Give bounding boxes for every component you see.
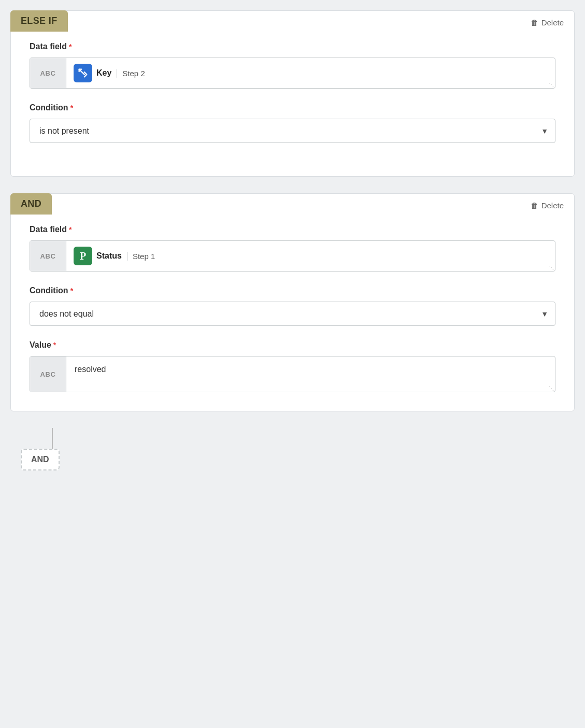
value-label: Value * [30, 340, 555, 350]
status-badge-icon: P [74, 247, 92, 265]
condition-label-1: Condition * [30, 103, 555, 112]
trash-icon-2: 🗑 [531, 201, 538, 210]
data-field-label-1: Data field * [30, 42, 555, 51]
required-star-1: * [69, 42, 72, 51]
and-tab-label: AND [21, 198, 41, 209]
status-badge-name: Status [96, 251, 122, 261]
resize-handle-1: ⋱ [549, 82, 554, 87]
else-if-tab: ELSE IF [10, 10, 68, 32]
and-header: AND [10, 193, 52, 215]
and-card: AND 🗑 Delete Data field * ABC P Status S… [10, 193, 575, 411]
else-if-delete-label: Delete [541, 18, 564, 27]
and-body: Data field * ABC P Status Step 1 ⋱ Condi… [11, 194, 574, 411]
resize-handle-3: ⋱ [549, 386, 554, 391]
key-badge-name: Key [96, 68, 111, 78]
and-tab: AND [10, 193, 52, 215]
and-delete-label: Delete [541, 201, 564, 210]
value-input[interactable]: ABC resolved ⋱ [30, 356, 555, 392]
else-if-delete-button[interactable]: 🗑 Delete [531, 18, 564, 27]
status-badge-step: Step 1 [127, 252, 155, 261]
key-svg-icon [77, 67, 89, 79]
value-text: resolved [75, 365, 106, 374]
data-field-content-2: P Status Step 1 [66, 241, 555, 271]
trash-icon: 🗑 [531, 18, 538, 27]
and-button-label: AND [31, 455, 49, 464]
data-field-input-1[interactable]: ABC Key Step 2 ⋱ [30, 58, 555, 89]
resize-handle-2: ⋱ [549, 265, 554, 270]
condition-select-1[interactable]: is not present is present equals does no… [30, 119, 555, 143]
and-add-button[interactable]: AND [21, 449, 60, 470]
else-if-tab-label: ELSE IF [21, 16, 58, 26]
required-star-5: * [53, 341, 56, 349]
key-badge-step: Step 2 [117, 69, 145, 78]
data-field-content-1: Key Step 2 [66, 58, 555, 88]
field-badge-status: P Status Step 1 [74, 247, 155, 265]
connector-section: AND [21, 428, 575, 470]
p-icon: P [80, 251, 86, 261]
condition-select-wrapper-1: is not present is present equals does no… [30, 119, 555, 143]
required-star-3: * [69, 225, 72, 234]
abc-label-3: ABC [30, 356, 66, 392]
condition-select-wrapper-2: is not present is present equals does no… [30, 302, 555, 326]
abc-label-1: ABC [30, 58, 66, 88]
else-if-card: ELSE IF 🗑 Delete Data field * ABC [10, 10, 575, 177]
connector-line [52, 428, 53, 449]
data-field-input-2[interactable]: ABC P Status Step 1 ⋱ [30, 240, 555, 272]
field-badge-key: Key Step 2 [74, 64, 145, 82]
else-if-body: Data field * ABC Key Step 2 [11, 11, 574, 176]
abc-label-2: ABC [30, 241, 66, 271]
condition-label-2: Condition * [30, 286, 555, 295]
required-star-2: * [70, 104, 73, 112]
else-if-header: ELSE IF [10, 10, 68, 32]
required-star-4: * [70, 287, 73, 295]
and-delete-button[interactable]: 🗑 Delete [531, 201, 564, 210]
data-field-label-2: Data field * [30, 225, 555, 234]
value-content: resolved [66, 356, 555, 392]
key-badge-icon [74, 64, 92, 82]
condition-select-2[interactable]: is not present is present equals does no… [30, 302, 555, 326]
